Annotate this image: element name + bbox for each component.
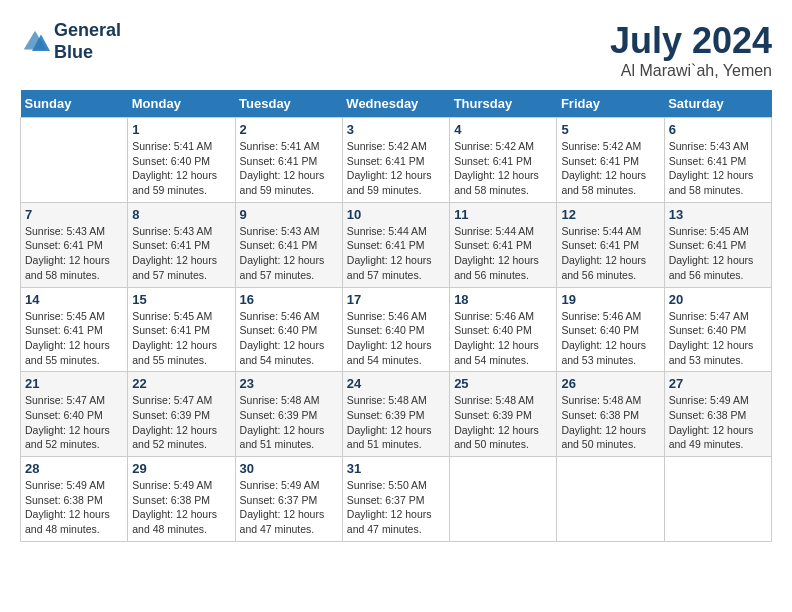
day-number: 30 [240,461,338,476]
calendar-cell: 16Sunrise: 5:46 AMSunset: 6:40 PMDayligh… [235,287,342,372]
page-header: General Blue July 2024 Al Marawi`ah, Yem… [20,20,772,80]
day-info: Sunrise: 5:47 AMSunset: 6:40 PMDaylight:… [25,393,123,452]
day-number: 15 [132,292,230,307]
day-number: 26 [561,376,659,391]
day-number: 6 [669,122,767,137]
day-info: Sunrise: 5:41 AMSunset: 6:41 PMDaylight:… [240,139,338,198]
header-cell-saturday: Saturday [664,90,771,118]
calendar-cell: 2Sunrise: 5:41 AMSunset: 6:41 PMDaylight… [235,118,342,203]
day-number: 8 [132,207,230,222]
logo: General Blue [20,20,121,63]
calendar-cell: 24Sunrise: 5:48 AMSunset: 6:39 PMDayligh… [342,372,449,457]
header-cell-thursday: Thursday [450,90,557,118]
week-row-5: 28Sunrise: 5:49 AMSunset: 6:38 PMDayligh… [21,457,772,542]
day-info: Sunrise: 5:49 AMSunset: 6:37 PMDaylight:… [240,478,338,537]
day-info: Sunrise: 5:42 AMSunset: 6:41 PMDaylight:… [561,139,659,198]
day-number: 23 [240,376,338,391]
calendar-cell: 17Sunrise: 5:46 AMSunset: 6:40 PMDayligh… [342,287,449,372]
day-info: Sunrise: 5:43 AMSunset: 6:41 PMDaylight:… [669,139,767,198]
day-number: 5 [561,122,659,137]
day-info: Sunrise: 5:49 AMSunset: 6:38 PMDaylight:… [25,478,123,537]
calendar-cell: 20Sunrise: 5:47 AMSunset: 6:40 PMDayligh… [664,287,771,372]
main-title: July 2024 [610,20,772,62]
header-cell-friday: Friday [557,90,664,118]
day-info: Sunrise: 5:48 AMSunset: 6:39 PMDaylight:… [240,393,338,452]
calendar-cell [450,457,557,542]
header-row: SundayMondayTuesdayWednesdayThursdayFrid… [21,90,772,118]
header-cell-monday: Monday [128,90,235,118]
day-info: Sunrise: 5:46 AMSunset: 6:40 PMDaylight:… [347,309,445,368]
day-number: 2 [240,122,338,137]
day-info: Sunrise: 5:43 AMSunset: 6:41 PMDaylight:… [240,224,338,283]
day-number: 19 [561,292,659,307]
day-number: 27 [669,376,767,391]
week-row-2: 7Sunrise: 5:43 AMSunset: 6:41 PMDaylight… [21,202,772,287]
day-number: 18 [454,292,552,307]
day-number: 17 [347,292,445,307]
day-info: Sunrise: 5:48 AMSunset: 6:39 PMDaylight:… [454,393,552,452]
calendar-body: 1Sunrise: 5:41 AMSunset: 6:40 PMDaylight… [21,118,772,542]
title-block: July 2024 Al Marawi`ah, Yemen [610,20,772,80]
day-number: 25 [454,376,552,391]
calendar-cell: 23Sunrise: 5:48 AMSunset: 6:39 PMDayligh… [235,372,342,457]
calendar-cell: 9Sunrise: 5:43 AMSunset: 6:41 PMDaylight… [235,202,342,287]
calendar-cell: 21Sunrise: 5:47 AMSunset: 6:40 PMDayligh… [21,372,128,457]
day-info: Sunrise: 5:43 AMSunset: 6:41 PMDaylight:… [25,224,123,283]
day-number: 13 [669,207,767,222]
calendar-cell: 1Sunrise: 5:41 AMSunset: 6:40 PMDaylight… [128,118,235,203]
header-cell-tuesday: Tuesday [235,90,342,118]
calendar-cell: 22Sunrise: 5:47 AMSunset: 6:39 PMDayligh… [128,372,235,457]
week-row-4: 21Sunrise: 5:47 AMSunset: 6:40 PMDayligh… [21,372,772,457]
day-number: 10 [347,207,445,222]
day-number: 22 [132,376,230,391]
day-info: Sunrise: 5:48 AMSunset: 6:39 PMDaylight:… [347,393,445,452]
day-info: Sunrise: 5:45 AMSunset: 6:41 PMDaylight:… [669,224,767,283]
calendar-cell: 29Sunrise: 5:49 AMSunset: 6:38 PMDayligh… [128,457,235,542]
day-number: 14 [25,292,123,307]
day-number: 12 [561,207,659,222]
calendar-cell: 18Sunrise: 5:46 AMSunset: 6:40 PMDayligh… [450,287,557,372]
day-info: Sunrise: 5:47 AMSunset: 6:39 PMDaylight:… [132,393,230,452]
day-number: 31 [347,461,445,476]
day-info: Sunrise: 5:46 AMSunset: 6:40 PMDaylight:… [240,309,338,368]
calendar-cell: 25Sunrise: 5:48 AMSunset: 6:39 PMDayligh… [450,372,557,457]
week-row-1: 1Sunrise: 5:41 AMSunset: 6:40 PMDaylight… [21,118,772,203]
day-info: Sunrise: 5:46 AMSunset: 6:40 PMDaylight:… [561,309,659,368]
calendar-cell [557,457,664,542]
calendar-cell: 5Sunrise: 5:42 AMSunset: 6:41 PMDaylight… [557,118,664,203]
calendar-cell: 27Sunrise: 5:49 AMSunset: 6:38 PMDayligh… [664,372,771,457]
calendar-cell: 31Sunrise: 5:50 AMSunset: 6:37 PMDayligh… [342,457,449,542]
calendar-cell: 7Sunrise: 5:43 AMSunset: 6:41 PMDaylight… [21,202,128,287]
day-info: Sunrise: 5:43 AMSunset: 6:41 PMDaylight:… [132,224,230,283]
day-info: Sunrise: 5:49 AMSunset: 6:38 PMDaylight:… [132,478,230,537]
day-number: 21 [25,376,123,391]
calendar-cell: 10Sunrise: 5:44 AMSunset: 6:41 PMDayligh… [342,202,449,287]
calendar-cell: 13Sunrise: 5:45 AMSunset: 6:41 PMDayligh… [664,202,771,287]
day-info: Sunrise: 5:46 AMSunset: 6:40 PMDaylight:… [454,309,552,368]
day-info: Sunrise: 5:45 AMSunset: 6:41 PMDaylight:… [25,309,123,368]
calendar-table: SundayMondayTuesdayWednesdayThursdayFrid… [20,90,772,542]
calendar-cell: 14Sunrise: 5:45 AMSunset: 6:41 PMDayligh… [21,287,128,372]
day-number: 28 [25,461,123,476]
day-info: Sunrise: 5:42 AMSunset: 6:41 PMDaylight:… [454,139,552,198]
calendar-cell: 15Sunrise: 5:45 AMSunset: 6:41 PMDayligh… [128,287,235,372]
day-number: 16 [240,292,338,307]
day-info: Sunrise: 5:49 AMSunset: 6:38 PMDaylight:… [669,393,767,452]
day-info: Sunrise: 5:50 AMSunset: 6:37 PMDaylight:… [347,478,445,537]
day-info: Sunrise: 5:41 AMSunset: 6:40 PMDaylight:… [132,139,230,198]
calendar-header: SundayMondayTuesdayWednesdayThursdayFrid… [21,90,772,118]
calendar-cell [664,457,771,542]
calendar-cell: 19Sunrise: 5:46 AMSunset: 6:40 PMDayligh… [557,287,664,372]
calendar-cell: 30Sunrise: 5:49 AMSunset: 6:37 PMDayligh… [235,457,342,542]
calendar-cell: 8Sunrise: 5:43 AMSunset: 6:41 PMDaylight… [128,202,235,287]
day-info: Sunrise: 5:44 AMSunset: 6:41 PMDaylight:… [454,224,552,283]
calendar-cell: 11Sunrise: 5:44 AMSunset: 6:41 PMDayligh… [450,202,557,287]
calendar-cell: 3Sunrise: 5:42 AMSunset: 6:41 PMDaylight… [342,118,449,203]
day-number: 24 [347,376,445,391]
header-cell-sunday: Sunday [21,90,128,118]
week-row-3: 14Sunrise: 5:45 AMSunset: 6:41 PMDayligh… [21,287,772,372]
calendar-cell: 28Sunrise: 5:49 AMSunset: 6:38 PMDayligh… [21,457,128,542]
calendar-cell: 6Sunrise: 5:43 AMSunset: 6:41 PMDaylight… [664,118,771,203]
day-number: 29 [132,461,230,476]
logo-text: General Blue [54,20,121,63]
